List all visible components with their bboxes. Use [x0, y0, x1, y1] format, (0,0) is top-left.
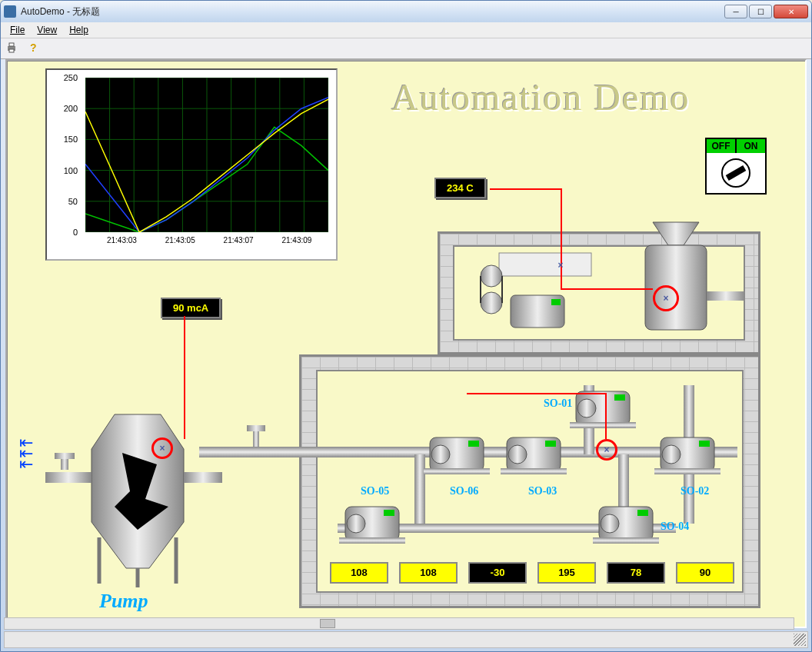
value-box-1: 108 [399, 562, 458, 584]
statusbar [4, 631, 808, 648]
svg-rect-40 [253, 431, 259, 447]
value-box-4: 78 [607, 562, 665, 584]
readout-temp: 234 C [434, 178, 486, 198]
menu-view[interactable]: View [32, 23, 62, 37]
resize-grip-icon[interactable] [794, 634, 806, 646]
svg-rect-44 [414, 454, 425, 524]
svg-rect-2 [9, 49, 14, 52]
chart-x-ticks: 21:43:0321:43:0521:43:0721:43:09 [85, 236, 328, 254]
label-so04: SO-04 [661, 521, 689, 533]
svg-rect-41 [247, 425, 265, 431]
titlebar: AutoDemo - 无标题 ─ ☐ ✕ [1, 1, 811, 22]
svg-point-34 [481, 292, 502, 314]
pump-vessel [22, 391, 222, 591]
lead-line [605, 393, 607, 439]
value-box-3: 195 [537, 562, 596, 584]
switch-on-label: ON [737, 139, 765, 153]
value-box-0: 108 [330, 562, 388, 584]
client-area: Automation Demo 050100150200250 21:43:03… [5, 59, 807, 628]
flow-arrows-icon: ⇤⇤⇤ [19, 437, 33, 470]
toolbar: ? [1, 38, 811, 59]
svg-rect-50 [614, 394, 625, 401]
svg-point-49 [577, 399, 596, 417]
svg-rect-64 [339, 537, 405, 544]
probe-x-icon: × [604, 444, 609, 455]
svg-rect-48 [570, 422, 636, 428]
svg-rect-56 [501, 468, 567, 474]
switch-off-label: OFF [707, 139, 737, 153]
lead-line [184, 316, 185, 439]
svg-rect-27 [61, 459, 68, 470]
svg-rect-62 [637, 510, 648, 516]
svg-rect-68 [424, 468, 490, 474]
label-so05: SO-05 [361, 485, 389, 497]
main-switch[interactable]: OFF ON [705, 138, 767, 195]
svg-point-53 [662, 445, 681, 464]
svg-point-57 [508, 445, 527, 464]
svg-rect-66 [384, 510, 394, 516]
svg-rect-30 [645, 245, 707, 330]
lead-line [561, 188, 562, 288]
window-title: AutoDemo - 无标题 [21, 5, 724, 18]
probe-x-icon: × [159, 443, 165, 454]
svg-rect-26 [45, 472, 92, 483]
svg-rect-1 [9, 43, 14, 46]
svg-rect-54 [699, 441, 710, 447]
lead-line [467, 393, 605, 394]
pump-label: Pump [99, 590, 148, 613]
lead-line [490, 188, 561, 190]
chart-y-ticks: 050100150200250 [47, 78, 82, 232]
help-icon[interactable]: ? [27, 42, 41, 55]
print-icon[interactable] [5, 42, 19, 55]
svg-rect-31 [707, 291, 745, 301]
label-so03: SO-03 [528, 485, 557, 497]
svg-rect-70 [468, 441, 479, 447]
maximize-button[interactable]: ☐ [749, 5, 772, 18]
value-box-5: 90 [676, 562, 734, 584]
chart-plot [85, 78, 328, 232]
svg-rect-38 [551, 299, 561, 305]
readout-mca: 90 mcA [161, 298, 221, 318]
page-title: Automation Demo [391, 76, 691, 118]
svg-point-33 [481, 265, 502, 287]
menu-file[interactable]: File [5, 23, 29, 37]
svg-rect-60 [593, 537, 659, 544]
label-so02: SO-02 [681, 485, 709, 497]
svg-rect-32 [499, 253, 591, 276]
menubar: File View Help [1, 22, 811, 38]
value-box-2: -30 [468, 562, 527, 584]
probe-x-icon: × [557, 260, 563, 271]
minimize-button[interactable]: ─ [724, 5, 747, 18]
knob-icon [717, 158, 755, 188]
lead-line [561, 288, 653, 290]
label-so06: SO-06 [450, 485, 478, 497]
menu-help[interactable]: Help [65, 23, 93, 37]
app-icon [4, 5, 16, 18]
horizontal-scrollbar[interactable] [4, 617, 794, 630]
svg-point-69 [431, 445, 450, 464]
close-button[interactable]: ✕ [774, 5, 808, 18]
svg-rect-58 [545, 441, 556, 447]
svg-rect-52 [654, 468, 720, 474]
trend-chart[interactable]: 050100150200250 21:43:0321:43:0521:43:07… [45, 68, 338, 261]
upper-equipment [453, 215, 760, 353]
probe-x-icon: × [663, 293, 668, 304]
svg-rect-28 [55, 453, 75, 459]
label-so01: SO-01 [544, 398, 572, 410]
svg-point-61 [601, 514, 619, 533]
svg-point-65 [347, 514, 365, 533]
svg-text:?: ? [30, 42, 37, 54]
